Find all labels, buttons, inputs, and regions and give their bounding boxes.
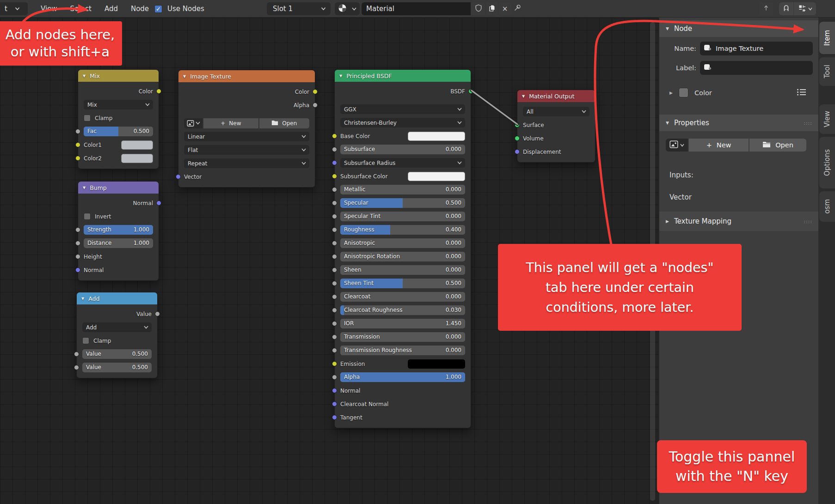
tab-item[interactable]: Item xyxy=(819,22,835,54)
pin-button[interactable] xyxy=(510,2,524,15)
tab-view[interactable]: View xyxy=(819,104,835,134)
socket-alpha[interactable] xyxy=(313,103,318,108)
panel-grip-icon[interactable]: :::: xyxy=(804,120,812,126)
snap-toggle-button[interactable] xyxy=(779,2,793,15)
socket-tangent[interactable] xyxy=(332,415,337,420)
socket-emission[interactable] xyxy=(332,361,337,366)
parent-node-tree-button[interactable] xyxy=(759,2,773,15)
menu-view[interactable]: View xyxy=(34,5,64,13)
select-subsurface-radius[interactable]: Subsurface Radius xyxy=(340,158,465,168)
slider-clearcoat[interactable]: Clearcoat0.000 xyxy=(340,292,465,302)
color-swatch-subsurface-color[interactable] xyxy=(408,172,465,181)
socket-surface[interactable] xyxy=(515,122,520,128)
socket-value[interactable] xyxy=(74,365,79,370)
select-mix[interactable]: Mix xyxy=(84,100,153,109)
slider-roughness[interactable]: Roughness0.400 xyxy=(340,225,465,235)
node-header-add[interactable]: ▼Add xyxy=(77,292,157,304)
socket-fac[interactable] xyxy=(75,129,80,134)
material-slot-dropdown[interactable]: Slot 1 xyxy=(267,2,331,15)
socket-displacement[interactable] xyxy=(515,149,520,154)
socket-volume[interactable] xyxy=(515,136,520,141)
slider-specular[interactable]: Specular0.500 xyxy=(340,198,465,208)
socket-normal[interactable] xyxy=(156,200,161,206)
node-bump[interactable]: ▼BumpNormalInvertStrength1.000Distance1.… xyxy=(78,181,159,281)
checkbox-unchecked[interactable] xyxy=(82,337,89,344)
socket-specular[interactable] xyxy=(332,200,337,206)
menu-add[interactable]: Add xyxy=(98,5,124,13)
slider-transmission[interactable]: Transmission0.000 xyxy=(340,332,465,342)
select-all[interactable]: All xyxy=(523,107,589,116)
socket-color[interactable] xyxy=(156,89,161,94)
socket-clearcoat-roughness[interactable] xyxy=(332,308,337,313)
node-name-field[interactable]: Image Texture xyxy=(700,42,813,55)
socket-base-color[interactable] xyxy=(332,134,337,139)
socket-transmission-roughness[interactable] xyxy=(332,348,337,353)
socket-sheen-tint[interactable] xyxy=(332,281,337,286)
socket-alpha[interactable] xyxy=(332,375,337,380)
new-image-button[interactable]: +New xyxy=(203,118,258,128)
slider-value[interactable]: Value0.500 xyxy=(82,349,152,359)
socket-subsurface-color[interactable] xyxy=(332,174,337,179)
checkbox-checked-icon[interactable]: ✓ xyxy=(154,5,162,13)
socket-ior[interactable] xyxy=(332,321,337,326)
checkbox-unchecked[interactable] xyxy=(84,115,91,121)
tab-osm[interactable]: osm xyxy=(819,191,835,222)
color-swatch-base-color[interactable] xyxy=(408,132,465,141)
node-add[interactable]: ▼AddValueAddClampValue0.500Value0.500 xyxy=(76,292,158,378)
color-swatch-emission[interactable] xyxy=(408,359,465,369)
tab-tool[interactable]: Tool xyxy=(819,57,835,86)
node-mix[interactable]: ▼MixColorMixClampFac0.500Color1Color2 xyxy=(78,69,159,169)
image-browse-dropdown[interactable] xyxy=(184,118,203,128)
select-ggx[interactable]: GGX xyxy=(340,104,465,114)
slider-distance[interactable]: Distance1.000 xyxy=(84,238,153,248)
slider-fac[interactable]: Fac0.500 xyxy=(84,127,153,136)
socket-metallic[interactable] xyxy=(332,187,337,192)
node-image-texture[interactable]: ▼Image TextureColorAlpha+NewOpenLinearFl… xyxy=(178,70,315,188)
socket-bsdf[interactable] xyxy=(468,89,473,94)
socket-value[interactable] xyxy=(155,311,160,316)
slider-alpha[interactable]: Alpha1.000 xyxy=(340,372,465,382)
panel-grip-icon[interactable]: :::: xyxy=(804,219,812,225)
texture-mapping-panel-header[interactable]: ▶ Texture Mapping :::: xyxy=(659,212,819,231)
slider-clearcoat-roughness[interactable]: Clearcoat Roughness0.030 xyxy=(340,305,465,315)
select-flat[interactable]: Flat xyxy=(184,145,309,155)
socket-clearcoat-normal[interactable] xyxy=(332,401,337,407)
socket-subsurface[interactable] xyxy=(332,147,337,152)
properties-panel-header[interactable]: ▼ Properties :::: xyxy=(659,115,819,131)
use-nodes-toggle[interactable]: ✓ Use Nodes xyxy=(154,2,204,15)
list-icon[interactable] xyxy=(797,88,806,97)
slider-sheen[interactable]: Sheen0.000 xyxy=(340,265,465,275)
node-header-material-output[interactable]: ▼Material Output xyxy=(517,90,595,102)
menu-select[interactable]: Select xyxy=(64,5,98,13)
image-browse-dropdown[interactable] xyxy=(666,139,688,152)
slider-value[interactable]: Value0.500 xyxy=(82,363,152,372)
socket-height[interactable] xyxy=(75,254,80,259)
new-material-copy-button[interactable] xyxy=(486,2,498,15)
color-swatch-color2[interactable] xyxy=(121,154,153,163)
node-color-swatch[interactable] xyxy=(679,88,688,97)
socket-anisotropic-rotation[interactable] xyxy=(332,254,337,259)
socket-anisotropic[interactable] xyxy=(332,241,337,246)
socket-strength[interactable] xyxy=(75,227,80,232)
select-add[interactable]: Add xyxy=(82,322,152,332)
node-header-bump[interactable]: ▼Bump xyxy=(78,182,159,194)
select-christensen-burley[interactable]: Christensen-Burley xyxy=(340,118,465,128)
new-image-button[interactable]: + New xyxy=(689,139,749,152)
material-name-field[interactable]: Material xyxy=(362,2,471,15)
socket-clearcoat[interactable] xyxy=(332,294,337,299)
node-header-principled[interactable]: ▼Principled BSDF xyxy=(335,70,471,82)
socket-color2[interactable] xyxy=(75,156,80,161)
socket-color[interactable] xyxy=(313,89,318,94)
node-material-output[interactable]: ▼Material OutputAllSurfaceVolumeDisplace… xyxy=(517,90,596,163)
unlink-material-button[interactable]: × xyxy=(499,2,511,15)
select-repeat[interactable]: Repeat xyxy=(184,158,309,168)
socket-value[interactable] xyxy=(74,352,79,357)
node-label-field[interactable] xyxy=(700,61,813,75)
slider-sheen-tint[interactable]: Sheen Tint0.500 xyxy=(340,279,465,288)
slider-ior[interactable]: IOR1.450 xyxy=(340,319,465,328)
node-principled[interactable]: ▼Principled BSDFBSDFGGXChristensen-Burle… xyxy=(334,69,471,428)
socket-normal[interactable] xyxy=(75,267,80,273)
socket-sheen[interactable] xyxy=(332,267,337,273)
socket-color1[interactable] xyxy=(75,142,80,147)
node-header-mix[interactable]: ▼Mix xyxy=(78,70,159,82)
